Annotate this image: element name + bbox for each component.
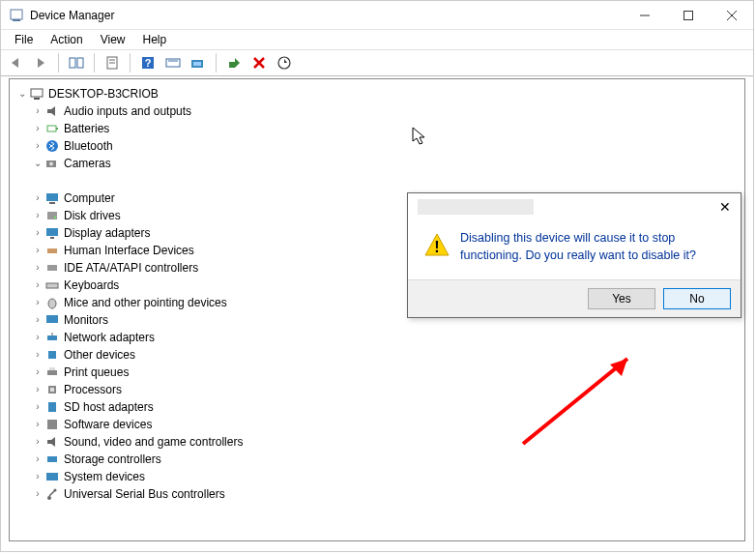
device-category-icon	[44, 295, 60, 310]
chevron-icon[interactable]: ›	[31, 398, 44, 416]
tree-item[interactable]: ›Audio inputs and outputs	[14, 102, 741, 120]
svg-text:?: ?	[145, 57, 152, 69]
uninstall-button[interactable]	[248, 52, 270, 73]
svg-rect-48	[49, 367, 55, 370]
device-category-icon	[44, 243, 60, 258]
device-category-icon	[44, 277, 60, 293]
chevron-icon[interactable]: ›	[31, 277, 44, 294]
help-button[interactable]: ?	[137, 52, 159, 73]
tree-item[interactable]: ›Software devices	[14, 416, 741, 433]
svg-rect-18	[193, 62, 201, 66]
chevron-icon[interactable]: ›	[31, 451, 44, 468]
device-category-icon	[44, 347, 60, 363]
chevron-icon[interactable]: ›	[31, 224, 44, 242]
svg-rect-54	[47, 456, 57, 462]
scan-button[interactable]	[162, 52, 184, 73]
chevron-icon[interactable]: ›	[31, 242, 44, 259]
chevron-icon[interactable]: ›	[31, 433, 44, 451]
chevron-icon[interactable]: ›	[31, 329, 44, 346]
svg-rect-43	[46, 315, 58, 323]
back-button[interactable]	[5, 52, 26, 73]
chevron-icon[interactable]: ›	[31, 294, 44, 311]
chevron-icon[interactable]: ›	[31, 346, 44, 364]
svg-rect-15	[166, 59, 180, 67]
chevron-icon[interactable]: ›	[31, 207, 44, 224]
chevron-icon[interactable]: ›	[31, 137, 44, 155]
svg-rect-51	[48, 402, 56, 412]
svg-marker-53	[47, 437, 55, 447]
tree-item-label: Computer	[64, 190, 115, 207]
tree-item[interactable]: ›Sound, video and game controllers	[14, 433, 741, 451]
svg-marker-27	[47, 106, 55, 116]
tree-item-label: Audio inputs and outputs	[64, 102, 191, 120]
enable-button[interactable]	[223, 52, 245, 73]
chevron-icon[interactable]: ›	[31, 364, 44, 381]
tree-item[interactable]: ›Universal Serial Bus controllers	[14, 485, 741, 503]
svg-rect-55	[46, 473, 58, 481]
tree-item[interactable]: ›Processors	[14, 381, 741, 398]
chevron-icon[interactable]: ›	[31, 485, 44, 503]
no-button[interactable]: No	[663, 288, 731, 309]
dialog-message: Disabling this device will cause it to s…	[460, 230, 725, 264]
tree-root-label: DESKTOP-B3CRIOB	[48, 85, 159, 102]
maximize-button[interactable]	[666, 1, 710, 30]
chevron-icon[interactable]: ›	[31, 381, 44, 398]
window-title: Device Manager	[30, 9, 623, 22]
chevron-icon[interactable]: ›	[31, 102, 44, 120]
tree-item[interactable]: ›Other devices	[14, 346, 741, 364]
svg-rect-28	[47, 126, 56, 131]
tree-root[interactable]: ⌄ DESKTOP-B3CRIOB	[14, 85, 741, 102]
tree-item-label: IDE ATA/ATAPI controllers	[64, 259, 198, 277]
tree-item[interactable]: ›Print queues	[14, 364, 741, 381]
chevron-icon[interactable]: ›	[31, 190, 44, 207]
app-icon	[9, 8, 24, 23]
tree-item[interactable]: ›Batteries	[14, 120, 741, 137]
menu-help[interactable]: Help	[135, 31, 175, 48]
menu-file[interactable]: File	[7, 31, 41, 48]
svg-rect-33	[46, 193, 58, 201]
chevron-icon[interactable]: ⌄	[31, 155, 44, 172]
svg-rect-52	[47, 420, 57, 429]
device-category-icon	[44, 138, 60, 154]
tree-item[interactable]: ›Bluetooth	[14, 137, 741, 155]
chevron-icon[interactable]: ›	[31, 259, 44, 277]
svg-rect-41	[46, 283, 58, 288]
svg-rect-47	[47, 370, 57, 375]
tree-item[interactable]: ⌄Cameras	[14, 155, 741, 172]
tree-item[interactable]: ›	[14, 172, 741, 190]
tree-item-label: Storage controllers	[64, 451, 161, 468]
tree-item[interactable]: ›Network adapters	[14, 329, 741, 346]
chevron-icon[interactable]: ›	[31, 416, 44, 433]
tree-item-label: Monitors	[64, 311, 108, 329]
computer-icon	[29, 86, 44, 102]
svg-marker-24	[284, 59, 287, 63]
chevron-down-icon[interactable]: ⌄	[15, 85, 29, 102]
dialog-close-button[interactable]: ✕	[715, 197, 735, 217]
menu-view[interactable]: View	[93, 31, 133, 48]
svg-marker-6	[12, 58, 18, 68]
tree-item-label: Cameras	[64, 155, 111, 172]
close-button[interactable]	[710, 1, 753, 30]
scan-hardware-button[interactable]	[274, 52, 295, 73]
menu-action[interactable]: Action	[43, 31, 90, 48]
tree-item-label: Universal Serial Bus controllers	[64, 485, 225, 503]
chevron-icon[interactable]: ›	[31, 311, 44, 329]
device-category-icon	[62, 173, 77, 189]
tree-item[interactable]: ›SD host adapters	[14, 398, 741, 416]
show-hidden-button[interactable]	[66, 52, 87, 73]
yes-button[interactable]: Yes	[588, 288, 655, 309]
tree-item[interactable]: ›System devices	[14, 468, 741, 485]
tree-item-label: Batteries	[64, 120, 109, 137]
minimize-button[interactable]	[623, 1, 666, 30]
device-category-icon	[44, 452, 60, 467]
device-category-icon	[44, 208, 60, 223]
tree-item[interactable]: ›Storage controllers	[14, 451, 741, 468]
svg-point-30	[46, 140, 58, 152]
chevron-icon[interactable]: ›	[31, 468, 44, 485]
forward-button[interactable]	[30, 52, 51, 73]
tree-item-label: Bluetooth	[64, 137, 113, 155]
update-driver-button[interactable]	[188, 52, 209, 73]
titlebar: Device Manager	[1, 1, 753, 30]
properties-button[interactable]	[102, 52, 123, 73]
chevron-icon[interactable]: ›	[31, 120, 44, 137]
